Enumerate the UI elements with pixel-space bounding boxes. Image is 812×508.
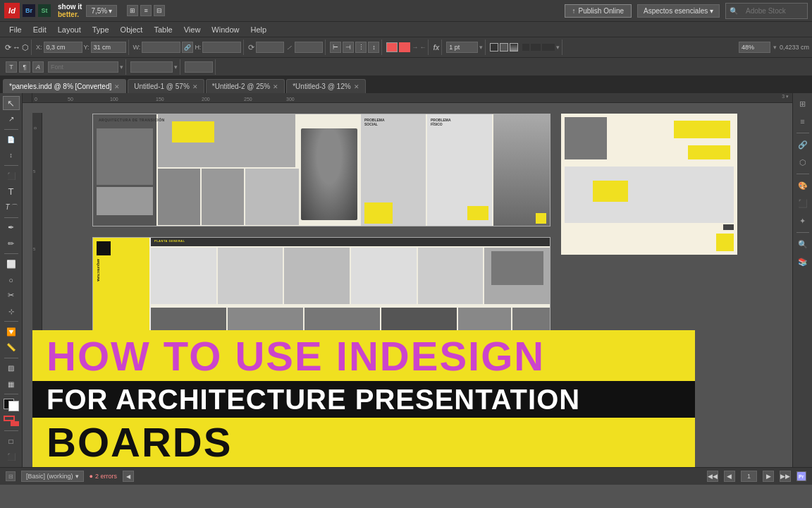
library-panel-icon[interactable]: 📚 xyxy=(795,254,811,270)
errors-indicator[interactable]: ● 2 errors xyxy=(90,473,117,480)
view-mode-normal[interactable]: □ xyxy=(3,434,20,448)
zoom-percent-input[interactable] xyxy=(739,42,770,53)
publish-online-button[interactable]: Publish Online xyxy=(565,4,632,18)
adobe-stock-search[interactable] xyxy=(740,5,804,17)
w-input[interactable] xyxy=(142,42,180,53)
tab-untitled1[interactable]: Untitled-1 @ 57% ✕ xyxy=(128,79,204,93)
menu-view[interactable]: View xyxy=(179,24,206,35)
color-panel-icon[interactable]: 🎨 xyxy=(795,178,811,193)
coord-value: 0,4233 cm xyxy=(780,44,809,51)
fill-box[interactable] xyxy=(11,421,19,426)
tab-untitled3[interactable]: *Untitled-3 @ 12% ✕ xyxy=(286,79,365,93)
free-transform-tool[interactable]: ⊹ xyxy=(3,304,20,318)
rotation-section: ⟳ ⟋ xyxy=(246,40,326,55)
fill-color-icon[interactable] xyxy=(399,42,410,52)
type-on-path-tool[interactable]: T⌒ xyxy=(3,200,20,214)
paragraph-icon[interactable]: ¶ xyxy=(19,61,30,73)
solid-fill-icon[interactable] xyxy=(500,43,508,52)
h-input[interactable] xyxy=(202,42,241,53)
collapse-button[interactable]: ◀ xyxy=(123,471,134,482)
ellipse-frame-tool[interactable]: ○ xyxy=(3,272,20,286)
grad-fill-icon[interactable] xyxy=(510,43,518,52)
gradient-tool[interactable]: ▨ xyxy=(3,361,20,375)
select-tool[interactable]: ↖ xyxy=(3,96,20,110)
next-button[interactable]: ▶ xyxy=(763,471,774,482)
shear-input[interactable] xyxy=(295,42,323,53)
font-input[interactable] xyxy=(48,61,118,73)
lock-proportions-icon[interactable]: 🔗 xyxy=(182,42,193,53)
align-center-icon[interactable]: ⊣ xyxy=(343,42,354,53)
align-left-icon[interactable]: ⊢ xyxy=(330,42,341,53)
canvas-content: 0 5 5 ARQUITECTURA DE TRANSICIÓN xyxy=(32,103,792,467)
rotation-input[interactable] xyxy=(256,42,284,53)
prev-page-button[interactable]: ◀◀ xyxy=(707,471,718,482)
font-size-input[interactable] xyxy=(185,61,213,73)
tab-untitled2[interactable]: *Untitled-2 @ 25% ✕ xyxy=(206,79,285,93)
zoom-chevron-icon2: ▾ xyxy=(773,44,777,51)
menu-help[interactable]: Help xyxy=(245,24,271,35)
menu-object[interactable]: Object xyxy=(116,24,148,35)
fit-page-icon[interactable]: ⊟ xyxy=(6,471,16,481)
stock-icon: St xyxy=(38,4,51,17)
stroke-panel-icon[interactable]: ⬡ xyxy=(795,155,811,170)
pencil-tool[interactable]: ✏ xyxy=(3,236,20,250)
aspectos-dropdown[interactable]: Aspectos esenciales ▾ xyxy=(637,4,720,18)
layers-panel-icon[interactable]: ≡ xyxy=(795,114,811,129)
stroke-box[interactable] xyxy=(4,416,15,421)
ruler-zero: 0 xyxy=(32,97,37,102)
links-panel-icon[interactable]: 🔗 xyxy=(795,137,811,152)
menu-file[interactable]: File xyxy=(4,24,27,35)
pen-tool[interactable]: ✒ xyxy=(3,221,20,235)
view-mode-icon1[interactable]: ⊞ xyxy=(127,5,138,16)
tab-untitled2-close[interactable]: ✕ xyxy=(273,83,278,90)
find-panel-icon[interactable]: 🔍 xyxy=(795,236,811,252)
tab-paneles-close[interactable]: ✕ xyxy=(114,83,120,90)
background-color-box[interactable] xyxy=(8,401,19,411)
page1-diagram3: PROBLEMAFÍSICO xyxy=(427,114,492,226)
y-input[interactable] xyxy=(91,42,126,53)
prev-button[interactable]: ◀ xyxy=(724,471,735,482)
eyedropper-tool[interactable]: 🔽 xyxy=(3,325,20,339)
gap-tool[interactable]: ↕ xyxy=(3,148,20,162)
font-style-input[interactable] xyxy=(130,61,173,73)
view-mode-preview[interactable]: ⬛ xyxy=(3,450,20,464)
menu-table[interactable]: Table xyxy=(149,24,177,35)
direct-select-tool[interactable]: ↗ xyxy=(3,111,20,126)
canvas-area[interactable]: 0 50 100 150 200 250 300 3 ▾ 0 5 5 xyxy=(23,93,792,467)
scissors-tool[interactable]: ✂ xyxy=(3,289,20,303)
page1-map-large xyxy=(158,114,295,167)
measure-tool[interactable]: 📏 xyxy=(3,341,20,355)
tab-untitled1-close[interactable]: ✕ xyxy=(192,83,198,90)
tab-paneles[interactable]: *paneles.indd @ 8% [Converted] ✕ xyxy=(3,79,126,93)
pages-panel-icon[interactable]: ⊞ xyxy=(795,96,811,111)
stroke-color-icon[interactable] xyxy=(386,42,398,52)
swatches-panel-icon[interactable]: ⬛ xyxy=(795,195,811,211)
rect-frame-tool[interactable]: ⬜ xyxy=(3,257,20,271)
x-input[interactable] xyxy=(44,42,82,53)
page2-title-text: PLANTA GENERAL xyxy=(154,239,444,243)
effects-panel-icon[interactable]: ✦ xyxy=(795,213,811,229)
distribute-icon[interactable]: ⋮ xyxy=(355,42,367,53)
page-number-display[interactable]: 1 xyxy=(741,471,757,482)
spacing-icon[interactable]: ↕ xyxy=(368,42,379,53)
menu-edit[interactable]: Edit xyxy=(28,24,51,35)
menu-layout[interactable]: Layout xyxy=(53,24,86,35)
tab-untitled3-close[interactable]: ✕ xyxy=(354,83,359,90)
type-tool-icon[interactable]: T xyxy=(6,61,17,73)
mode-dropdown[interactable]: [Basic] (working) ▾ xyxy=(21,471,84,482)
character-icon[interactable]: A xyxy=(32,61,44,73)
document-page-1[interactable]: ARQUITECTURA DE TRANSICIÓN xyxy=(92,114,550,226)
tool-divider8 xyxy=(4,430,18,431)
menu-window[interactable]: Window xyxy=(207,24,244,35)
stroke-weight-input[interactable] xyxy=(446,42,478,53)
view-mode-icon3[interactable]: ⊟ xyxy=(154,5,165,16)
content-collector-tool[interactable]: ⬛ xyxy=(3,169,20,183)
next-page-button[interactable]: ▶▶ xyxy=(780,471,791,482)
no-fill-icon[interactable] xyxy=(490,43,498,52)
page-tool[interactable]: 📄 xyxy=(3,132,20,146)
menu-type[interactable]: Type xyxy=(87,24,114,35)
zoom-control[interactable]: 7,5% ▾ xyxy=(86,5,117,17)
type-tool[interactable]: T xyxy=(3,184,20,198)
gradient-swatch-tool[interactable]: ▦ xyxy=(3,377,20,391)
view-mode-icon2[interactable]: ≡ xyxy=(140,5,152,16)
